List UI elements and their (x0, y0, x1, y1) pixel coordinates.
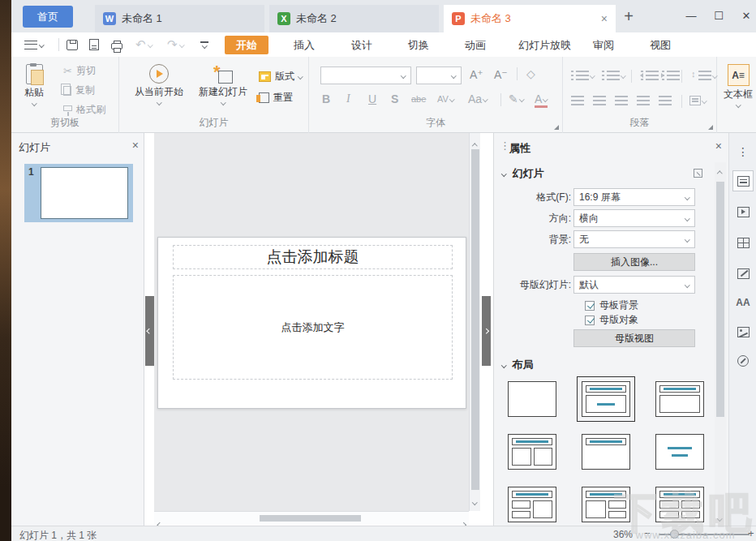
layout-thumbnail-two-left-one-right[interactable] (508, 487, 556, 522)
slide-thumbnail-1[interactable]: 1 (24, 164, 133, 222)
ribbon-tab-transition[interactable]: 切换 (408, 36, 429, 54)
zoom-in-button[interactable]: + (748, 527, 754, 539)
zoom-slider-thumb[interactable] (670, 530, 679, 539)
cut-button[interactable]: ✂ 剪切 (63, 64, 96, 78)
tab-document-1[interactable]: W 未命名 1 (95, 5, 264, 32)
underline-button[interactable]: U (368, 92, 376, 105)
tab-document-2[interactable]: X 未命名 2 (269, 5, 439, 32)
insert-image-button[interactable]: 插入图像... (573, 253, 695, 271)
play-from-current-button[interactable]: 从当前开始 (132, 64, 186, 105)
character-spacing-button[interactable]: AV (437, 94, 453, 104)
section-layout-header[interactable]: 布局 (494, 357, 712, 373)
increase-indent-button[interactable] (662, 71, 680, 80)
text-direction-button[interactable] (689, 96, 707, 105)
vertical-scroll-thumb[interactable] (471, 149, 479, 490)
increase-font-button[interactable]: A⁺ (470, 68, 483, 81)
strikethrough-button[interactable]: abe (411, 94, 426, 104)
slide-properties-launcher[interactable] (694, 169, 702, 178)
font-name-dropdown[interactable] (397, 67, 410, 84)
font-name-combobox[interactable] (320, 67, 411, 84)
layout-thumbnail-grid[interactable] (655, 487, 704, 522)
font-color-button[interactable]: A (535, 92, 548, 108)
master-view-button[interactable]: 母版视图 (573, 329, 695, 347)
zoom-out-button[interactable]: − (644, 527, 651, 539)
decrease-font-button[interactable]: A⁻ (494, 68, 508, 81)
print-button[interactable] (111, 36, 122, 54)
format-painter-button[interactable]: 格式刷 (63, 103, 105, 117)
canvas-vertical-scrollbar[interactable] (469, 133, 480, 511)
ribbon-tab-design[interactable]: 设计 (351, 36, 372, 54)
slides-panel-close-button[interactable]: × (132, 139, 139, 152)
maximize-button[interactable]: ☐ (707, 5, 730, 26)
scroll-down-button[interactable] (471, 492, 479, 508)
font-size-combobox[interactable] (416, 67, 462, 84)
new-tab-button[interactable]: + (618, 6, 639, 26)
copy-button[interactable]: 复制 (63, 84, 95, 97)
horizontal-scroll-thumb[interactable] (260, 515, 361, 522)
orientation-dropdown[interactable] (681, 210, 694, 226)
ribbon-tab-start[interactable]: 开始 (225, 36, 268, 54)
sidebar-image-button[interactable] (732, 321, 754, 342)
font-dialog-launcher[interactable] (554, 125, 559, 130)
new-slide-button[interactable]: 新建幻灯片 (194, 64, 252, 105)
canvas-horizontal-scrollbar[interactable] (154, 511, 469, 524)
bullets-button[interactable] (571, 71, 595, 80)
ribbon-tab-review[interactable]: 审阅 (593, 36, 614, 54)
master-object-checkbox[interactable]: 母版对象 (585, 313, 638, 327)
properties-scrollbar[interactable] (715, 162, 726, 526)
layout-thumbnail-one-left-two-right[interactable] (582, 487, 630, 522)
background-dropdown[interactable] (681, 231, 694, 247)
italic-button[interactable]: I (346, 92, 350, 105)
slide-layout-button[interactable]: 版式 (259, 70, 303, 84)
sidebar-fonts-button[interactable]: AA (732, 292, 754, 313)
ribbon-tab-view[interactable]: 视图 (650, 36, 671, 54)
collapse-slides-panel-handle[interactable] (145, 296, 154, 366)
sidebar-edit-button[interactable] (732, 263, 754, 284)
paste-button[interactable]: 粘贴 (24, 64, 44, 105)
export-pdf-button[interactable] (89, 36, 99, 54)
distribute-button[interactable] (659, 96, 672, 105)
format-combobox[interactable]: 16:9 屏幕 (573, 188, 695, 206)
layout-thumbnail-blank[interactable] (508, 381, 556, 417)
orientation-combobox[interactable]: 横向 (573, 209, 695, 227)
change-case-button[interactable]: Aa (468, 92, 488, 105)
master-slide-dropdown[interactable] (681, 277, 694, 293)
ribbon-tab-insert[interactable]: 插入 (294, 36, 315, 54)
decrease-indent-button[interactable] (641, 71, 659, 80)
collapse-properties-panel-handle[interactable] (482, 296, 491, 366)
title-placeholder[interactable]: 点击添加标题 (173, 245, 453, 269)
layout-thumbnail-title-empty[interactable] (655, 381, 704, 417)
textbox-button[interactable]: A≡ 文本框 (724, 64, 753, 107)
layout-thumbnail-centered-text[interactable] (655, 434, 704, 470)
redo-button[interactable]: ↷ (167, 36, 183, 54)
close-tab-button[interactable]: × (601, 12, 608, 25)
tab-document-3-active[interactable]: P 未命名 3 × (444, 5, 616, 32)
sidebar-animation-button[interactable] (732, 201, 754, 222)
layout-thumbnail-title-only[interactable] (582, 434, 630, 470)
body-placeholder[interactable]: 点击添加文字 (173, 275, 453, 380)
align-left-button[interactable] (571, 96, 584, 105)
sidebar-table-button[interactable] (732, 232, 754, 253)
bold-button[interactable]: B (322, 92, 330, 105)
properties-scroll-thumb[interactable] (716, 182, 724, 417)
paragraph-dialog-launcher[interactable] (708, 125, 713, 130)
zoom-slider-track[interactable] (659, 534, 750, 535)
scroll-down-button[interactable] (716, 509, 724, 524)
align-right-button[interactable] (615, 96, 628, 105)
format-dropdown[interactable] (681, 189, 694, 205)
close-window-button[interactable]: ✕ (735, 5, 756, 26)
layout-thumbnail-two-content[interactable] (508, 434, 556, 470)
reset-slide-button[interactable]: 重置 (259, 91, 293, 105)
clear-format-button[interactable]: ◇ (526, 67, 535, 80)
text-shadow-button[interactable]: S (391, 92, 398, 105)
highlight-button[interactable]: ✎ (509, 92, 523, 105)
properties-panel-close-button[interactable]: × (715, 140, 722, 152)
minimize-button[interactable]: — (680, 5, 702, 26)
background-combobox[interactable]: 无 (573, 230, 695, 248)
sidebar-browser-button[interactable] (732, 350, 754, 371)
line-spacing-button[interactable] (691, 71, 717, 80)
justify-button[interactable] (637, 96, 650, 105)
sidebar-properties-button[interactable] (732, 170, 754, 191)
save-button[interactable] (67, 36, 78, 54)
section-slide-header[interactable]: 幻灯片 (494, 165, 712, 182)
